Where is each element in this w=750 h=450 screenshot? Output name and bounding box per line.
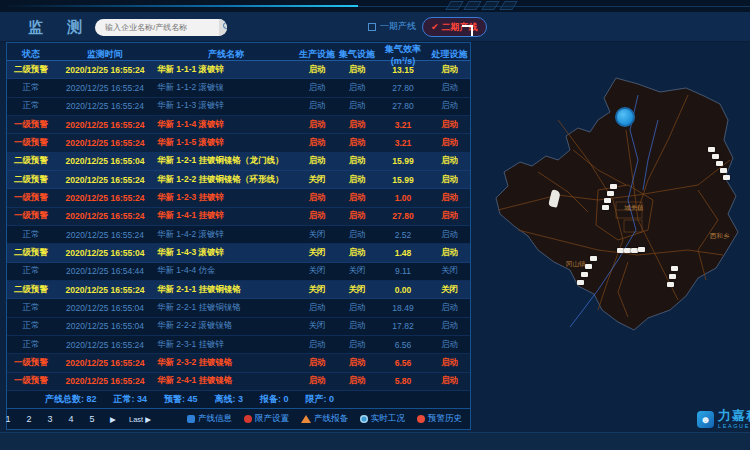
device-marker[interactable] bbox=[712, 154, 719, 159]
gas-facility-state: 启动 bbox=[337, 137, 377, 149]
company-logo: ☻ 力嘉科技 LEAGUE TECH bbox=[697, 409, 750, 430]
table-row[interactable]: 正常 2020/12/25 16:55:24 华新 2-3-1 挂镀锌 启动 启… bbox=[7, 336, 470, 354]
device-marker[interactable] bbox=[624, 248, 631, 253]
device-marker[interactable] bbox=[720, 168, 727, 173]
status-badge: 正常 bbox=[7, 339, 55, 351]
check-icon: ✔ bbox=[431, 22, 439, 32]
line-name: 华新 1-2-3 挂镀锌 bbox=[155, 192, 297, 204]
gas-efficiency-value: 3.21 bbox=[377, 120, 429, 130]
device-marker[interactable] bbox=[585, 264, 592, 269]
monitor-time: 2020/12/25 16:55:04 bbox=[55, 156, 155, 166]
device-marker[interactable] bbox=[577, 280, 584, 285]
table-row[interactable]: 一级预警 2020/12/25 16:55:24 华新 1-1-4 滚镀锌 启动… bbox=[7, 116, 470, 134]
line-name: 华新 1-4-4 仿金 bbox=[155, 265, 297, 277]
line-name: 华新 1-2-2 挂镀铜镍铬（环形线） bbox=[155, 174, 297, 186]
legend-item[interactable]: 产线报备 bbox=[301, 413, 348, 425]
table-row[interactable]: 正常 2020/12/25 16:54:44 华新 1-4-4 仿金 关闭 关闭… bbox=[7, 263, 470, 281]
gas-facility-state: 启动 bbox=[337, 320, 377, 332]
table-row[interactable]: 二级预警 2020/12/25 16:55:04 华新 1-2-1 挂镀铜镍铬（… bbox=[7, 153, 470, 171]
treatment-facility-state: 启动 bbox=[429, 155, 470, 167]
page-button[interactable]: 2 bbox=[24, 414, 34, 424]
phase2-button[interactable]: ✔ 二期产线 bbox=[422, 17, 487, 37]
device-marker[interactable] bbox=[716, 161, 723, 166]
table-row[interactable]: 二级预警 2020/12/25 16:55:24 华新 1-2-2 挂镀铜镍铬（… bbox=[7, 171, 470, 189]
table-row[interactable]: 一级预警 2020/12/25 16:55:24 华新 2-3-2 挂镀镍铬 启… bbox=[7, 354, 470, 372]
table-row[interactable]: 正常 2020/12/25 16:55:24 华新 1-4-2 滚镀锌 关闭 启… bbox=[7, 226, 470, 244]
page-button[interactable]: 3 bbox=[45, 414, 55, 424]
gas-facility-state: 关闭 bbox=[337, 284, 377, 296]
table-row[interactable]: 正常 2020/12/25 16:55:24 华新 1-1-3 滚镀锌 启动 启… bbox=[7, 98, 470, 116]
corner-bracket-decor bbox=[462, 25, 473, 36]
production-facility-state: 关闭 bbox=[297, 174, 337, 186]
gas-efficiency-value: 27.80 bbox=[377, 211, 429, 221]
device-marker[interactable] bbox=[723, 175, 730, 180]
legend-item[interactable]: 实时工况 bbox=[360, 413, 405, 425]
device-marker[interactable] bbox=[617, 248, 624, 253]
table-row[interactable]: 正常 2020/12/25 16:55:04 华新 2-2-2 滚镀镍铬 关闭 … bbox=[7, 318, 470, 336]
device-marker[interactable] bbox=[667, 282, 674, 287]
device-marker[interactable] bbox=[581, 272, 588, 277]
monitor-time: 2020/12/25 16:55:04 bbox=[55, 248, 155, 258]
device-marker[interactable] bbox=[671, 266, 678, 271]
production-facility-state: 关闭 bbox=[297, 247, 337, 259]
line-name: 华新 1-1-2 滚镀镍 bbox=[155, 82, 297, 94]
table-row[interactable]: 一级预警 2020/12/25 16:55:24 华新 1-2-3 挂镀锌 启动… bbox=[7, 189, 470, 207]
device-marker[interactable] bbox=[708, 147, 715, 152]
phase1-label: 一期产线 bbox=[380, 20, 416, 33]
treatment-facility-state: 启动 bbox=[429, 229, 470, 241]
status-badge: 正常 bbox=[7, 229, 55, 241]
search-box[interactable] bbox=[95, 19, 227, 36]
next-page-button[interactable]: ▶ bbox=[108, 415, 118, 424]
status-badge: 二级预警 bbox=[7, 174, 55, 186]
legend-item[interactable]: 产线信息 bbox=[187, 413, 232, 425]
gas-efficiency-value: 18.49 bbox=[377, 303, 429, 313]
glow-line bbox=[0, 5, 358, 7]
treatment-facility-state: 关闭 bbox=[429, 284, 470, 296]
map-panel[interactable]: 西和乡冈山镇城关镇 bbox=[478, 42, 750, 432]
monitor-time: 2020/12/25 16:55:04 bbox=[55, 321, 155, 331]
gas-efficiency-value: 13.15 bbox=[377, 65, 429, 75]
monitor-time: 2020/12/25 16:54:44 bbox=[55, 266, 155, 276]
device-marker[interactable] bbox=[638, 247, 645, 252]
device-marker[interactable] bbox=[610, 184, 617, 189]
table-row[interactable]: 正常 2020/12/25 16:55:24 华新 1-1-2 滚镀镍 启动 启… bbox=[7, 79, 470, 97]
production-facility-state: 启动 bbox=[297, 82, 337, 94]
gas-facility-state: 启动 bbox=[337, 357, 377, 369]
top-decor-bar bbox=[0, 0, 750, 12]
page-button[interactable]: 5 bbox=[87, 414, 97, 424]
device-marker[interactable] bbox=[602, 205, 609, 210]
gas-facility-state: 启动 bbox=[337, 192, 377, 204]
col-gas-efficiency: 集气效率(m³/s) bbox=[377, 43, 429, 66]
device-marker[interactable] bbox=[607, 191, 614, 196]
device-marker[interactable] bbox=[590, 256, 597, 261]
logo-name: 力嘉科技 bbox=[718, 409, 750, 422]
table-row[interactable]: 正常 2020/12/25 16:55:04 华新 2-2-1 挂镀铜镍铬 启动… bbox=[7, 299, 470, 317]
device-marker[interactable] bbox=[669, 274, 676, 279]
table-row[interactable]: 一级预警 2020/12/25 16:55:24 华新 1-1-5 滚镀锌 启动… bbox=[7, 134, 470, 152]
gas-efficiency-value: 27.80 bbox=[377, 101, 429, 111]
phase1-checkbox[interactable]: 一期产线 bbox=[368, 20, 416, 33]
col-gas-facility: 集气设施 bbox=[337, 48, 377, 61]
panel-footer: 12345▶Last ▶ 产线信息限产设置产线报备实时工况预警历史 bbox=[7, 409, 470, 429]
search-button[interactable] bbox=[219, 19, 227, 36]
table-row[interactable]: 一级预警 2020/12/25 16:55:24 华新 2-4-1 挂镀镍铬 启… bbox=[7, 373, 470, 391]
monitor-time: 2020/12/25 16:55:24 bbox=[55, 120, 155, 130]
gas-efficiency-value: 3.21 bbox=[377, 138, 429, 148]
legend-item[interactable]: 预警历史 bbox=[417, 413, 462, 425]
line-name: 华新 1-1-5 滚镀锌 bbox=[155, 137, 297, 149]
search-input[interactable] bbox=[95, 23, 219, 32]
page-button[interactable]: 1 bbox=[3, 414, 13, 424]
last-page-button[interactable]: Last ▶ bbox=[129, 415, 151, 424]
table-row[interactable]: 二级预警 2020/12/25 16:55:04 华新 1-4-3 滚镀锌 关闭… bbox=[7, 244, 470, 262]
table-row[interactable]: 二级预警 2020/12/25 16:55:24 华新 2-1-1 挂镀铜镍铬 … bbox=[7, 281, 470, 299]
page-button[interactable]: 4 bbox=[66, 414, 76, 424]
gas-efficiency-value: 15.99 bbox=[377, 175, 429, 185]
cluster-marker[interactable] bbox=[615, 107, 635, 127]
gas-efficiency-value: 5.80 bbox=[377, 376, 429, 386]
table-row[interactable]: 二级预警 2020/12/25 16:55:24 华新 1-1-1 滚镀锌 启动… bbox=[7, 61, 470, 79]
legend-item[interactable]: 限产设置 bbox=[244, 413, 289, 425]
device-marker[interactable] bbox=[604, 198, 611, 203]
device-marker[interactable] bbox=[631, 248, 638, 253]
treatment-facility-state: 启动 bbox=[429, 174, 470, 186]
table-row[interactable]: 一级预警 2020/12/25 16:55:24 华新 1-4-1 挂镀锌 启动… bbox=[7, 208, 470, 226]
